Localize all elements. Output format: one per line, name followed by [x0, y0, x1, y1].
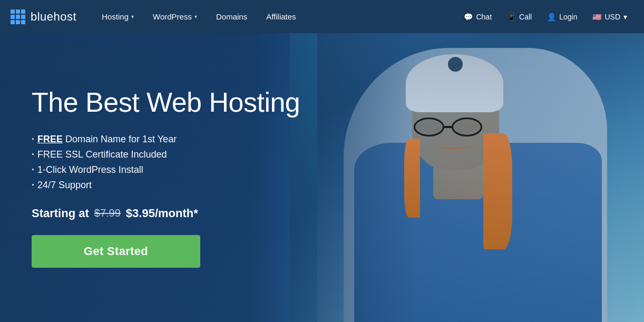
nav-affiliates[interactable]: Affiliates: [257, 0, 305, 33]
nav-domains[interactable]: Domains: [207, 0, 257, 33]
old-price: $7.99: [94, 207, 121, 219]
get-started-button[interactable]: Get Started: [32, 235, 200, 268]
nav-right: 💬 Chat 📱 Call 👤 Login 🇺🇸 USD ▾: [457, 0, 633, 33]
bullet-icon: ·: [32, 180, 34, 191]
figure-beanie-button: [448, 57, 463, 72]
navbar: bluehost Hosting ▾ WordPress ▾ Domains A…: [0, 0, 644, 33]
figure-hair-left: [404, 139, 420, 218]
nav-chat[interactable]: 💬 Chat: [457, 0, 498, 33]
brand-logo[interactable]: bluehost: [11, 9, 76, 24]
nav-links: Hosting ▾ WordPress ▾ Domains Affiliates: [92, 0, 457, 33]
hero-pricing: Starting at $7.99 $3.95/month*: [32, 207, 300, 220]
bullet-icon: ·: [32, 134, 34, 145]
chevron-down-icon: ▾: [623, 13, 627, 21]
bullet-icon: ·: [32, 164, 34, 175]
nav-call[interactable]: 📱 Call: [501, 0, 538, 33]
feature-wordpress: · 1-Click WordPress Install: [32, 164, 300, 175]
phone-icon: 📱: [507, 13, 516, 21]
nav-hosting[interactable]: Hosting ▾: [92, 0, 143, 33]
hero-features-list: · FREE Domain Name for 1st Year · FREE S…: [32, 134, 300, 191]
nav-currency[interactable]: 🇺🇸 USD ▾: [586, 0, 633, 33]
flag-icon: 🇺🇸: [592, 13, 601, 21]
pricing-prefix: Starting at: [32, 207, 89, 220]
feature-ssl: · FREE SSL Certificate Included: [32, 149, 300, 160]
hero-title: The Best Web Hosting: [32, 87, 300, 118]
chevron-down-icon: ▾: [194, 14, 197, 19]
hero-section: The Best Web Hosting · FREE Domain Name …: [0, 33, 644, 322]
brand-name: bluehost: [31, 10, 76, 24]
figure-glasses: [414, 118, 482, 136]
nav-login[interactable]: 👤 Login: [541, 0, 583, 33]
hero-content: The Best Web Hosting · FREE Domain Name …: [0, 87, 331, 267]
free-label: FREE: [37, 134, 63, 144]
chat-icon: 💬: [464, 13, 473, 21]
figure-hair: [483, 133, 512, 249]
chevron-down-icon: ▾: [131, 14, 134, 19]
nav-wordpress[interactable]: WordPress ▾: [143, 0, 207, 33]
feature-support: · 24/7 Support: [32, 180, 300, 191]
bullet-icon: ·: [32, 149, 34, 160]
user-icon: 👤: [547, 13, 556, 21]
new-price: $3.95/month*: [126, 207, 198, 220]
brand-grid-icon: [11, 9, 25, 24]
feature-domain: · FREE Domain Name for 1st Year: [32, 134, 300, 145]
figure-smile: [432, 139, 474, 149]
